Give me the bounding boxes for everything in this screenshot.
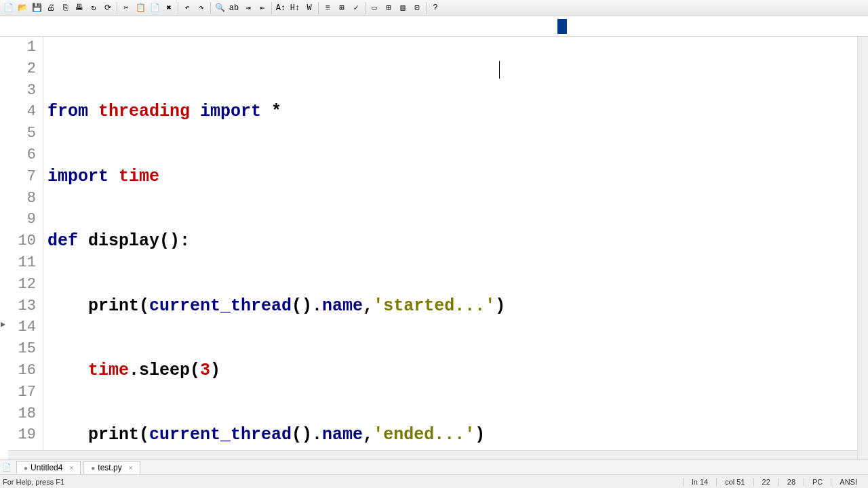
toolbar-button[interactable]: H↕	[288, 1, 302, 15]
toolbar-button[interactable]: ⇥	[241, 1, 255, 15]
toolbar-button[interactable]: 💾	[30, 1, 43, 15]
close-icon[interactable]: ×	[69, 464, 73, 472]
ruler: ----+----1----+----2----+----3----+----4…	[0, 16, 868, 37]
toolbar-button[interactable]: ✓	[349, 1, 363, 15]
status-help: For Help, press F1	[3, 478, 683, 486]
tab-untitled4[interactable]: ● Untitled4 ×	[16, 461, 81, 474]
line-number-gutter: 12345678910111213141516171819	[0, 37, 43, 460]
current-line-arrow: ▶	[1, 319, 5, 329]
toolbar-button[interactable]: W	[302, 1, 316, 15]
toolbar-button[interactable]: ⇤	[256, 1, 269, 15]
toolbar-button[interactable]: 📄	[148, 1, 161, 15]
status-bar: For Help, press F1 ln 14 col 51 22 28 PC…	[0, 474, 868, 488]
toolbar-button[interactable]: 🔍	[213, 1, 226, 15]
toolbar-button[interactable]: ≡	[321, 1, 334, 15]
code-area[interactable]: from threading import * import time def …	[43, 37, 868, 460]
toolbar-button[interactable]: ✂	[119, 1, 133, 15]
toolbar-button[interactable]: 📋	[134, 1, 147, 15]
editor[interactable]: 12345678910111213141516171819 from threa…	[0, 37, 868, 460]
toolbar-button[interactable]: ✖	[162, 1, 176, 15]
status-encoding: ANSI	[831, 478, 865, 486]
toolbar-button[interactable]: ▭	[368, 1, 381, 15]
status-mode: PC	[804, 478, 831, 486]
ruler-marker	[557, 19, 567, 34]
status-sel: 22	[753, 478, 778, 486]
close-icon[interactable]: ×	[129, 464, 133, 472]
toolbar-button[interactable]: ▤	[396, 1, 410, 15]
toolbar-button[interactable]: ab	[227, 1, 241, 15]
horizontal-scrollbar[interactable]	[8, 450, 857, 460]
toolbar-button[interactable]: 📂	[16, 1, 29, 15]
toolbar-button[interactable]: ⊞	[335, 1, 349, 15]
toolbar-button[interactable]: ↶	[180, 1, 194, 15]
status-lines: 28	[778, 478, 804, 486]
vertical-scrollbar[interactable]	[857, 37, 868, 460]
toolbar-button[interactable]: ↻	[87, 1, 100, 15]
toolbar: 📄📂💾🖨⎘🖶↻⟳✂📋📄✖↶↷🔍ab⇥⇤A↕H↕W≡⊞✓▭⊞▤⊡?	[0, 0, 868, 16]
modified-dot-icon: ●	[24, 464, 28, 472]
toolbar-button[interactable]: ⟳	[101, 1, 115, 15]
modified-dot-icon: ●	[91, 464, 95, 472]
status-line: ln 14	[683, 478, 716, 486]
status-col: col 51	[716, 478, 753, 486]
toolbar-button[interactable]: A↕	[274, 1, 288, 15]
toolbar-button[interactable]: 📄	[1, 1, 15, 15]
text-caret	[499, 61, 500, 79]
document-tabs: 📄 ● Untitled4 × ● test.py ×	[0, 460, 868, 474]
toolbar-button[interactable]: ?	[429, 1, 442, 15]
toolbar-button[interactable]: ⎘	[58, 1, 72, 15]
toolbar-button[interactable]: ⊞	[382, 1, 395, 15]
toolbar-button[interactable]: ↷	[195, 1, 208, 15]
toolbar-button[interactable]: 🖨	[44, 1, 58, 15]
toolbar-button[interactable]: ⊡	[410, 1, 424, 15]
tab-test-py[interactable]: ● test.py ×	[83, 461, 140, 474]
toolbar-button[interactable]: 🖶	[73, 1, 86, 15]
